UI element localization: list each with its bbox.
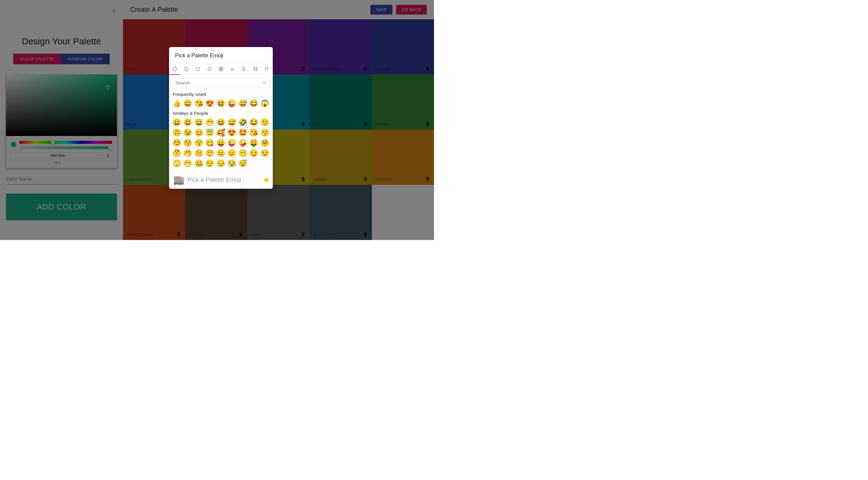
tab-animals-icon[interactable]: [192, 63, 204, 75]
frequently-used-grid: 👍😀😘😍😆😜😅😂😱: [172, 98, 270, 110]
tab-travel-icon[interactable]: [227, 63, 238, 75]
emoji-item[interactable]: 🤫: [194, 148, 204, 158]
emoji-item[interactable]: 😑: [227, 148, 237, 158]
skin-tone-dot-icon[interactable]: [264, 178, 269, 182]
emoji-item[interactable]: 😆: [216, 98, 226, 108]
emoji-item[interactable]: 😄: [194, 118, 204, 127]
emoji-item[interactable]: 😂: [249, 98, 258, 108]
emoji-item[interactable]: 🤭: [183, 148, 193, 158]
emoji-item[interactable]: 😛: [216, 138, 226, 148]
emoji-item[interactable]: ☺️: [172, 138, 182, 148]
emoji-item[interactable]: 🤣: [238, 118, 248, 127]
emoji-item[interactable]: 😬: [183, 158, 193, 168]
emoji-picker-modal: Pick a Palette Emoji: [169, 47, 273, 189]
svg-point-5: [243, 67, 245, 69]
emoji-item[interactable]: 😶: [238, 148, 248, 158]
emoji-item[interactable]: 🤪: [238, 138, 248, 148]
search-icon: [262, 81, 267, 85]
emoji-item[interactable]: 🤐: [194, 158, 204, 168]
emoji-footer: 🏬 Pick a Palette Emoji: [169, 172, 273, 189]
emoji-item[interactable]: 🤥: [205, 148, 215, 158]
emoji-search-input[interactable]: [172, 78, 270, 88]
emoji-modal-title: Pick a Palette Emoji: [169, 47, 273, 63]
emoji-item[interactable]: 😏: [249, 148, 258, 158]
emoji-item[interactable]: 😃: [183, 118, 193, 127]
emoji-item[interactable]: 🙄: [172, 158, 182, 168]
emoji-item[interactable]: 😱: [260, 98, 270, 108]
frequently-used-heading: Frequently Used: [172, 90, 270, 98]
emoji-item[interactable]: 😴: [238, 158, 248, 168]
emoji-item[interactable]: 🙃: [172, 128, 182, 138]
footer-text: Pick a Palette Emoji: [187, 176, 261, 183]
emoji-item[interactable]: 😍: [227, 128, 237, 138]
emoji-item[interactable]: 🤗: [260, 138, 270, 148]
emoji-item[interactable]: 😜: [227, 138, 237, 148]
tab-food-icon[interactable]: [204, 63, 215, 75]
emoji-item[interactable]: 😅: [227, 118, 237, 127]
emoji-item[interactable]: 😂: [249, 118, 258, 127]
emoji-item[interactable]: 😉: [183, 128, 193, 138]
emoji-item[interactable]: 😘: [249, 128, 258, 138]
emoji-item[interactable]: 😒: [260, 148, 270, 158]
emoji-item[interactable]: 😐: [216, 148, 226, 158]
emoji-item[interactable]: 🙂: [260, 118, 270, 127]
emoji-item[interactable]: 👍: [172, 98, 182, 108]
emoji-category-tabs: [169, 63, 273, 75]
footer-emoji-preview: 🏬: [173, 175, 184, 185]
emoji-item[interactable]: 🤑: [249, 138, 258, 148]
emoji-item[interactable]: 😪: [227, 158, 237, 168]
emoji-item[interactable]: 😘: [194, 98, 204, 108]
tab-smileys-icon[interactable]: [181, 63, 192, 75]
emoji-item[interactable]: 😊: [194, 128, 204, 138]
tab-recent-icon[interactable]: [169, 63, 181, 75]
emoji-item[interactable]: 😇: [205, 128, 215, 138]
emoji-item[interactable]: 😍: [205, 98, 215, 108]
emoji-item[interactable]: 🤔: [172, 148, 182, 158]
tab-flags-icon[interactable]: [261, 63, 273, 75]
emoji-item[interactable]: 😚: [183, 138, 193, 148]
tab-objects-icon[interactable]: [238, 63, 250, 75]
svg-point-6: [263, 82, 265, 84]
emoji-item[interactable]: 🤩: [238, 128, 248, 138]
tab-activity-icon[interactable]: [215, 63, 227, 75]
emoji-item[interactable]: 😀: [183, 98, 193, 108]
emoji-item[interactable]: 😋: [205, 138, 215, 148]
emoji-item[interactable]: 😆: [216, 118, 226, 127]
emoji-item[interactable]: 😗: [260, 128, 270, 138]
svg-point-2: [186, 68, 186, 69]
emoji-item[interactable]: 😜: [227, 98, 237, 108]
smileys-grid: 😀😃😄😁😆😅🤣😂🙂🙃😉😊😇🥰😍🤩😘😗☺️😚😙😋😛😜🤪🤑🤗🤔🤭🤫🤥😐😑😶😏😒🙄😬🤐…: [172, 118, 270, 170]
emoji-item[interactable]: 😅: [238, 98, 248, 108]
emoji-item[interactable]: 😀: [172, 118, 182, 127]
emoji-item[interactable]: 😙: [194, 138, 204, 148]
svg-line-7: [265, 83, 266, 84]
smileys-heading: Smileys & People: [172, 110, 270, 118]
emoji-item[interactable]: 😔: [216, 158, 226, 168]
emoji-item[interactable]: 😌: [205, 158, 215, 168]
emoji-item[interactable]: 😁: [205, 118, 215, 127]
emoji-item[interactable]: 🥰: [216, 128, 226, 138]
tab-symbols-icon[interactable]: [250, 63, 261, 75]
svg-point-1: [184, 67, 189, 71]
